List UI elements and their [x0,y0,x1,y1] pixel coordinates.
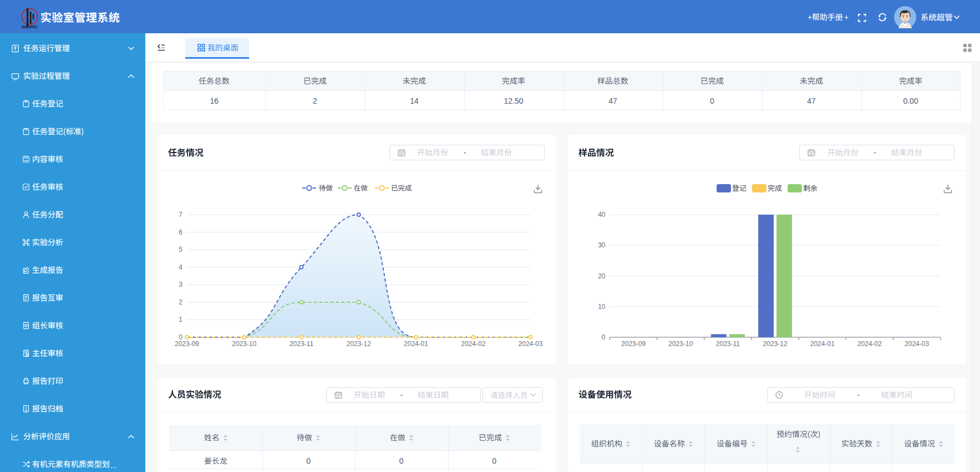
svg-text:SINOPEC: SINOPEC [22,25,38,29]
